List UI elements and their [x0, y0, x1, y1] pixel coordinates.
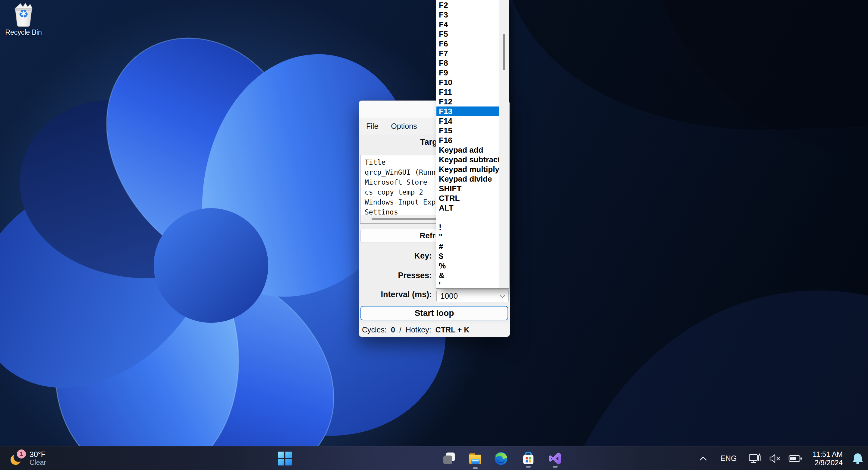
edge-icon [494, 451, 508, 466]
key-dropdown-list: F2F3F4F5F6F7F8F9F10F11F12F13F14F15F16Key… [436, 0, 509, 289]
dropdown-item[interactable]: ! [436, 222, 499, 232]
dropdown-item[interactable]: Keypad divide [436, 174, 499, 184]
dropdown-scrollbar-thumb[interactable] [503, 34, 505, 70]
microsoft-store-button[interactable] [518, 448, 538, 469]
dropdown-item[interactable]: F6 [436, 39, 499, 49]
clock-date: 2/9/2024 [812, 459, 843, 467]
dropdown-item[interactable]: $ [436, 251, 499, 261]
dropdown-item[interactable]: F16 [436, 136, 499, 145]
key-label: Key: [359, 251, 432, 261]
dropdown-item[interactable]: % [436, 261, 499, 271]
store-running-indicator [526, 466, 531, 468]
menu-file[interactable]: File [366, 121, 379, 132]
dropdown-item[interactable]: F9 [436, 68, 499, 78]
interval-combobox[interactable]: 1000 [436, 290, 509, 302]
dropdown-item[interactable]: F3 [436, 10, 499, 20]
recycle-bin-art: ♻ [12, 2, 35, 28]
dropdown-item[interactable]: F2 [436, 0, 499, 10]
dropdown-item[interactable]: ' [436, 280, 499, 288]
task-view-icon [442, 451, 456, 466]
recycle-symbol-icon: ♻ [19, 7, 29, 21]
dropdown-item[interactable]: " [436, 232, 499, 242]
dropdown-item[interactable]: SHIFT [436, 184, 499, 194]
dropdown-item[interactable]: F8 [436, 58, 499, 68]
weather-widget[interactable]: 1 30°F Clear [4, 446, 51, 470]
visual-studio-button[interactable] [545, 448, 565, 469]
dropdown-item[interactable]: Keypad subtract [436, 155, 499, 165]
dropdown-item[interactable]: CTRL [436, 194, 499, 203]
start-loop-button[interactable]: Start loop [361, 306, 508, 320]
microsoft-store-icon [521, 451, 535, 466]
edge-button[interactable] [491, 448, 511, 469]
dropdown-item[interactable]: F7 [436, 49, 499, 58]
hotkey-label: Hotkey: [406, 325, 431, 334]
language-indicator[interactable]: ENG [720, 454, 737, 463]
menu-options[interactable]: Options [390, 121, 417, 132]
windows-logo-icon [278, 451, 292, 466]
chevron-down-icon [499, 295, 505, 298]
dropdown-item[interactable]: Keypad multiply [436, 165, 499, 174]
presses-label: Presses: [359, 271, 432, 280]
dropdown-item[interactable]: F4 [436, 20, 499, 29]
dropdown-item[interactable]: F13 [436, 107, 499, 116]
vs-running-indicator [553, 466, 558, 468]
file-explorer-running-indicator [473, 467, 478, 469]
interval-value: 1000 [440, 291, 458, 300]
dropdown-item[interactable]: & [436, 271, 499, 280]
cycles-label: Cycles: [362, 325, 387, 334]
dropdown-item[interactable]: F10 [436, 78, 499, 87]
weather-temperature: 30°F [30, 450, 46, 459]
task-view-button[interactable] [439, 448, 459, 469]
dropdown-item[interactable] [436, 213, 499, 222]
dropdown-item[interactable]: ALT [436, 203, 499, 213]
dropdown-item[interactable]: F11 [436, 87, 499, 97]
dropdown-items: F2F3F4F5F6F7F8F9F10F11F12F13F14F15F16Key… [436, 0, 499, 288]
file-explorer-button[interactable] [465, 448, 485, 469]
hotkey-value: CTRL + K [435, 325, 470, 334]
moon-icon: 1 [9, 450, 25, 467]
system-tray: ENG 11:51 AM [699, 446, 868, 470]
statusbar: Cycles: 0 / Hotkey: CTRL + K [359, 323, 510, 337]
dropdown-item[interactable]: F12 [436, 97, 499, 107]
file-explorer-icon [468, 451, 482, 466]
start-button[interactable] [275, 448, 295, 469]
tray-chevron-up-icon[interactable] [699, 456, 708, 462]
dropdown-item[interactable]: Keypad add [436, 145, 499, 155]
recycle-bin-label: Recycle Bin [4, 28, 43, 36]
dropdown-item[interactable]: F5 [436, 29, 499, 39]
status-separator: / [399, 325, 401, 334]
desktop: ♻ Recycle Bin File Options Target window… [0, 0, 868, 470]
clock-time: 11:51 AM [812, 450, 843, 459]
dropdown-item[interactable]: F15 [436, 126, 499, 136]
cast-pen-icon[interactable] [749, 453, 761, 464]
weather-text: 30°F Clear [30, 450, 46, 467]
clock[interactable]: 11:51 AM 2/9/2024 [812, 450, 843, 467]
recycle-bin-icon[interactable]: ♻ Recycle Bin [4, 2, 43, 45]
taskbar: 1 30°F Clear Search [0, 446, 868, 470]
dropdown-item[interactable]: F14 [436, 116, 499, 126]
battery-icon[interactable] [788, 454, 802, 463]
volume-muted-icon[interactable] [769, 454, 781, 463]
cycles-value: 0 [391, 325, 395, 334]
dropdown-scrollbar[interactable] [499, 0, 509, 288]
interval-label: Interval (ms): [359, 290, 432, 299]
notification-bell-icon[interactable] [852, 452, 864, 465]
weather-condition: Clear [30, 459, 46, 467]
weather-badge: 1 [17, 449, 26, 459]
visual-studio-icon [548, 451, 562, 466]
dropdown-item[interactable]: # [436, 242, 499, 251]
